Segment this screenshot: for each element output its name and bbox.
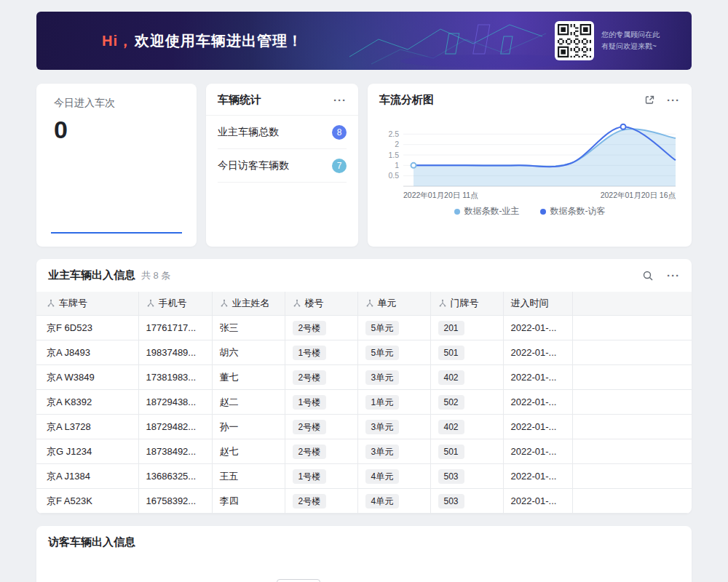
more-icon[interactable]: ··· — [667, 95, 680, 105]
owner-table-body: 京F 6D52317761717...张三2号楼5单元2012022-01-..… — [36, 316, 692, 514]
stat-value: 0 — [54, 116, 179, 144]
cell-owner-name: 赵二 — [212, 390, 285, 415]
field-type-icon — [220, 299, 229, 308]
cell-plate: 京A J1384 — [36, 464, 138, 489]
cell-phone: 19837489... — [138, 340, 212, 365]
more-icon[interactable]: ··· — [333, 95, 347, 105]
svg-text:1.5: 1.5 — [388, 151, 399, 159]
cell-time: 2022-01-... — [503, 439, 572, 464]
qr-code[interactable] — [555, 21, 594, 60]
cell-owner-name: 孙一 — [212, 415, 285, 439]
cell-filler — [572, 439, 692, 464]
cell-filler — [572, 489, 692, 514]
tag-pill: 503 — [438, 494, 464, 509]
tag-pill: 2号楼 — [293, 445, 327, 459]
cell-building: 2号楼 — [285, 316, 357, 340]
legend-dot-icon — [454, 209, 460, 215]
cell-building: 1号楼 — [285, 340, 357, 365]
column-header-label: 车牌号 — [59, 298, 87, 308]
visitor-today-badge: 7 — [332, 159, 347, 173]
tag-pill: 4单元 — [365, 494, 400, 509]
cell-filler — [572, 390, 692, 415]
cell-time: 2022-01-... — [503, 316, 572, 340]
tag-pill: 1单元 — [365, 395, 400, 410]
top-cards-row: 今日进入车次 0 车辆统计 ··· 业主车辆总数 8 今日访客车辆数 7 — [36, 84, 692, 247]
svg-text:2.5: 2.5 — [388, 129, 399, 138]
tag-pill: 3单元 — [365, 370, 400, 385]
tag-pill: 5单元 — [365, 321, 400, 335]
qr-caption-line2: 有疑问欢迎来戳~ — [601, 41, 660, 52]
vehicle-stats-header: 车辆统计 ··· — [206, 84, 358, 116]
tag-pill: 4单元 — [365, 469, 400, 484]
qr-svg — [558, 24, 591, 57]
cell-phone: 18738492... — [138, 439, 212, 464]
column-header-单元[interactable]: 单元 — [357, 292, 430, 316]
tag-pill: 501 — [438, 445, 464, 459]
cell-plate: 京A J8493 — [36, 340, 138, 365]
cell-owner-name: 李四 — [212, 489, 285, 514]
column-header-车牌号[interactable]: 车牌号 — [36, 292, 138, 316]
flow-chart: 0.511.522.52022年01月20日 11点2022年01月20日 16… — [377, 116, 683, 204]
svg-text:2022年01月20日 16点: 2022年01月20日 16点 — [600, 191, 676, 199]
column-header-门牌号[interactable]: 门牌号 — [430, 292, 503, 316]
column-header-进入时间[interactable]: 进入时间 — [503, 292, 572, 316]
cell-door: 402 — [430, 415, 503, 439]
tag-pill: 1号楼 — [293, 395, 327, 410]
column-header-手机号[interactable]: 手机号 — [138, 292, 212, 316]
today-entry-card: 今日进入车次 0 — [36, 84, 197, 247]
banner-consultant-block: 您的专属顾问在此 有疑问欢迎来戳~ — [555, 21, 660, 60]
cell-time: 2022-01-... — [503, 390, 572, 415]
tag-pill: 3单元 — [365, 420, 400, 434]
cell-filler — [572, 365, 692, 390]
cell-door: 201 — [430, 316, 503, 340]
cell-owner-name: 赵七 — [212, 439, 285, 464]
owner-table-card: 业主车辆出入信息 共 8 条 ··· 车牌号手机号业主姓名楼号单元门牌号进入时 — [36, 259, 692, 514]
vehicle-stats-card: 车辆统计 ··· 业主车辆总数 8 今日访客车辆数 7 — [206, 84, 358, 247]
owner-table-head: 车牌号手机号业主姓名楼号单元门牌号进入时间 — [36, 292, 692, 316]
dashboard-page: Hi，欢迎使用车辆进出管理！ 您的专属顾问在此 有疑问欢迎来戳~ 今日进入车次 … — [0, 0, 728, 582]
cell-filler — [572, 340, 692, 365]
legend-item[interactable]: 数据条数-业主 — [454, 205, 520, 218]
banner-greeting-prefix: Hi， — [102, 33, 133, 49]
cell-phone: 18729482... — [138, 415, 212, 439]
cell-owner-name: 张三 — [212, 316, 285, 340]
tag-pill: 501 — [438, 346, 464, 360]
tag-pill: 1号楼 — [293, 346, 327, 360]
cell-filler — [572, 464, 692, 489]
column-header-楼号[interactable]: 楼号 — [285, 292, 357, 316]
cell-building: 1号楼 — [285, 464, 357, 489]
cell-unit: 3单元 — [357, 365, 430, 390]
table-row: 京A W384917381983...董七2号楼3单元4022022-01-..… — [36, 365, 692, 390]
cell-door: 502 — [430, 390, 503, 415]
banner-greeting-text: 欢迎使用车辆进出管理！ — [135, 33, 303, 49]
tag-pill: 2号楼 — [293, 321, 327, 335]
export-icon[interactable] — [644, 95, 655, 105]
cell-plate: 京A K8392 — [36, 390, 138, 415]
column-header-label: 单元 — [378, 298, 397, 308]
cell-building: 2号楼 — [285, 489, 357, 514]
cell-time: 2022-01-... — [503, 489, 572, 514]
tag-pill: 1号楼 — [293, 469, 327, 484]
legend-label: 数据条数-访客 — [550, 205, 606, 218]
table-row: 京G J123418738492...赵七2号楼3单元5012022-01-..… — [36, 439, 692, 464]
cell-building: 1号楼 — [285, 390, 357, 415]
qr-caption-line1: 您的专属顾问在此 — [601, 29, 660, 41]
cell-building: 2号楼 — [285, 415, 357, 439]
cell-phone: 13686325... — [138, 464, 212, 489]
cell-owner-name: 董七 — [212, 365, 285, 390]
more-icon[interactable]: ··· — [667, 270, 680, 281]
chart-title: 车流分析图 — [379, 93, 434, 107]
cell-phone: 17381983... — [138, 365, 212, 390]
stat-title: 今日进入车次 — [54, 97, 179, 110]
stats-row-owner-total: 业主车辆总数 8 — [218, 116, 347, 149]
vehicle-stats-title: 车辆统计 — [218, 93, 261, 107]
legend-item[interactable]: 数据条数-访客 — [540, 205, 606, 218]
cell-filler — [572, 415, 692, 439]
cell-time: 2022-01-... — [503, 340, 572, 365]
owner-total-badge: 8 — [332, 125, 347, 140]
search-icon[interactable] — [642, 270, 654, 282]
cell-unit: 5单元 — [357, 340, 430, 365]
table-row: 京A J138413686325...王五1号楼4单元5032022-01-..… — [36, 464, 692, 489]
screenshot-button[interactable]: 截屏 — [277, 579, 320, 582]
column-header-业主姓名[interactable]: 业主姓名 — [212, 292, 285, 316]
